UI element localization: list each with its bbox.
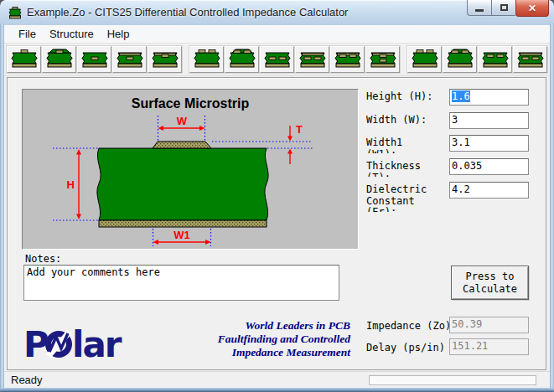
toolbar-button-stripline[interactable] [77,46,111,73]
thickness-value: 0.035 [452,160,482,172]
edge-coupled-surface-microstrip-icon [193,48,221,72]
minimize-icon [475,9,484,12]
toolbar-button-differential-surface-microstrip[interactable] [407,46,442,73]
thickness-label: Thickness(T): [366,161,421,177]
thickness-field[interactable]: 0.035 [449,158,529,175]
polar-logo: P lar [25,324,136,363]
toolbar-group [189,46,401,73]
substrate-shape [97,148,268,220]
brand-tagline: World Leaders in PCB Faultfinding and Co… [191,319,350,359]
notes-label: Notes: [25,253,61,265]
notes-text: Add your comments here [27,266,160,278]
menu-structure[interactable]: Structure [43,26,101,42]
title-bar[interactable]: Example.Zo - CITS25 Differential Control… [0,0,554,25]
edge-coupled-coated-microstrip-icon [228,48,256,72]
maximize-button[interactable] [492,0,515,16]
toolbar-button-edge-coupled-coated-microstrip[interactable] [225,46,259,73]
status-pane [369,375,536,385]
broadside-coupled-stripline-icon [369,48,397,72]
maximize-icon [500,4,508,11]
notes-input[interactable]: Add your comments here [23,265,339,301]
close-button[interactable]: ✕ [515,0,549,17]
width-field[interactable]: 3 [449,112,529,129]
delay-label: Delay (ps/in) [366,343,445,354]
dimension-label-w: W [177,115,188,127]
window-title: Example.Zo - CITS25 Differential Control… [27,0,348,25]
menu-help[interactable]: Help [101,26,137,42]
width1-value: 3.1 [452,137,470,148]
toolbar-group [407,46,548,73]
toolbar-button-edge-coupled-stripline[interactable] [260,46,294,73]
status-text: Ready [11,374,43,386]
window-controls: ✕ [467,0,549,17]
toolbar [4,44,550,76]
dielectric-constant-value: 4.2 [452,183,470,195]
toolbar-button-edge-coupled-embedded-microstrip[interactable] [330,46,365,73]
toolbar-group [7,46,183,73]
dimension-label-w1: W1 [173,229,190,241]
toolbar-button-coated-microstrip[interactable] [42,46,76,73]
toolbar-button-edge-coupled-offset-stripline[interactable] [295,46,329,73]
close-icon: ✕ [528,3,536,14]
dimension-label-h: H [67,178,75,191]
differential-coated-microstrip-icon [446,48,474,72]
height-value: 1.6 [452,90,470,102]
window-border-right [550,23,554,392]
edge-coupled-embedded-microstrip-icon [334,48,362,72]
height-field[interactable]: 1.6 [449,89,529,106]
logo-letter-p: P [25,324,49,363]
window-border-bottom [0,388,554,392]
toolbar-button-edge-coupled-surface-microstrip[interactable] [189,46,224,73]
logo-letters-lar: lar [72,324,122,363]
width-label: Width (W): [366,115,427,126]
embedded-microstrip-icon [151,48,179,72]
differential-surface-microstrip-icon [411,48,439,72]
toolbar-button-embedded-microstrip[interactable] [148,46,182,73]
toolbar-button-differential-stripline[interactable] [513,46,547,73]
calculate-button-line1: Press to [466,271,515,282]
offset-stripline-icon [116,48,144,72]
toolbar-button-differential-coated-microstrip[interactable] [443,46,477,73]
delay-value: 151.21 [452,340,488,352]
toolbar-button-broadside-coupled-stripline[interactable] [365,46,400,73]
width1-field[interactable]: 3.1 [449,135,529,152]
dielectric-constant-label: DielectricConstant(Er): [366,184,427,212]
app-icon [8,6,22,19]
app-window: Example.Zo - CITS25 Differential Control… [0,0,554,392]
edge-coupled-offset-stripline-icon [298,48,327,72]
ground-plane-shape [99,220,267,227]
calculate-button-line2: Calculate [463,283,517,295]
trace-shape [153,142,211,148]
minimize-button[interactable] [467,0,492,16]
width-value: 3 [452,114,458,126]
calculate-button[interactable]: Press to Calculate [451,266,529,300]
logo-pulse-o-icon [49,332,70,356]
impedance-label: Impedance (Zo) [366,321,451,333]
coated-microstrip-icon [45,48,74,72]
status-bar: Ready [4,371,550,388]
menu-file[interactable]: File [12,26,43,42]
differential-stripline-icon [516,48,545,72]
width1-label: Width1(W1): [366,137,402,153]
differential-embedded-microstrip-icon [481,48,510,72]
dielectric-constant-field[interactable]: 4.2 [449,182,529,199]
delay-field: 151.21 [449,338,529,355]
impedance-value: 50.39 [452,318,482,330]
dimension-label-t: T [296,123,303,136]
impedance-field: 50.39 [449,317,529,333]
diagram-title: Surface Microstrip [132,96,250,111]
structure-diagram-panel: Surface Microstrip [22,89,359,250]
stripline-icon [80,48,109,72]
toolbar-button-differential-embedded-microstrip[interactable] [478,46,512,73]
height-label: Height (H): [366,91,432,103]
edge-coupled-stripline-icon [263,48,292,72]
toolbar-button-offset-stripline[interactable] [112,46,147,73]
surface-microstrip-icon [10,48,39,72]
surface-microstrip-diagram: Surface Microstrip [23,90,358,249]
menu-bar: File Structure Help [4,25,550,44]
toolbar-button-surface-microstrip[interactable] [7,46,41,73]
